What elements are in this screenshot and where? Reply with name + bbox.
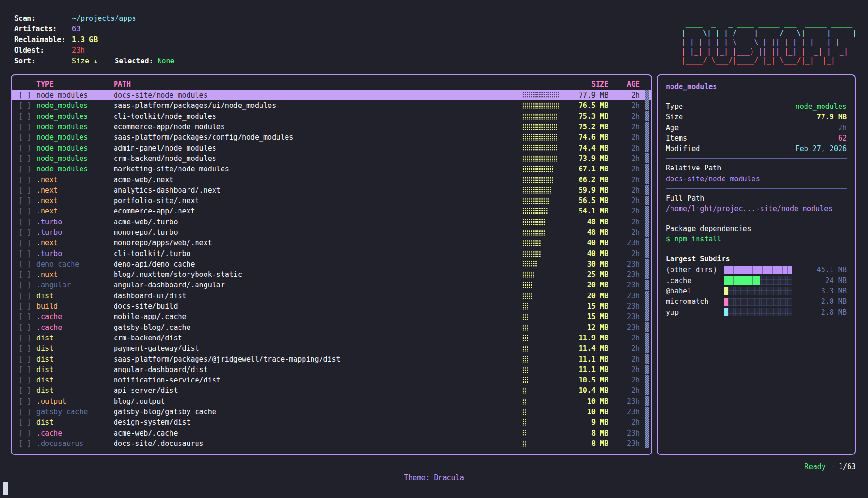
column-header-type[interactable]: TYPE xyxy=(36,80,114,89)
table-row[interactable]: [ ]node_modulesecommerce-app/node_module… xyxy=(12,122,651,132)
table-row[interactable]: [ ]builddocs-site/build15 MB23h xyxy=(12,301,651,311)
row-checkbox[interactable]: [ ] xyxy=(18,123,36,131)
row-checkbox[interactable]: [ ] xyxy=(18,281,36,289)
ascii-logo-line: | | | | | | \___ \ | || | | | |_ | |_ xyxy=(681,38,857,47)
table-row[interactable]: [ ].turbomonorepo/.turbo48 MB2h xyxy=(12,227,651,238)
table-row[interactable]: [ ].nextmonorepo/apps/web/.next40 MB23h xyxy=(12,238,651,248)
row-checkbox[interactable]: [ ] xyxy=(18,418,36,427)
table-row[interactable]: [ ].nextecommerce-app/.next54.1 MB2h xyxy=(12,206,651,216)
table-row[interactable]: [ ].nextanalytics-dashboard/.next59.9 MB… xyxy=(12,185,651,196)
row-path: mobile-app/.cache xyxy=(114,312,522,321)
row-size-bar xyxy=(522,219,561,225)
table-row[interactable]: [ ]distnotification-service/dist10.5 MB2… xyxy=(12,375,651,385)
row-checkbox[interactable]: [ ] xyxy=(18,302,36,311)
row-size-bar xyxy=(522,430,561,436)
table-row[interactable]: [ ].cachemobile-app/.cache15 MB23h xyxy=(12,311,651,322)
column-header-path[interactable]: PATH xyxy=(114,80,522,89)
status-separator: · xyxy=(830,462,834,471)
row-checkbox[interactable]: [ ] xyxy=(18,312,36,321)
row-type: .next xyxy=(36,176,114,184)
table-row[interactable]: [ ]distcrm-backend/dist11.9 MB2h xyxy=(12,333,651,343)
table-row[interactable]: [ ]distapi-server/dist10.4 MB2h xyxy=(12,385,651,396)
detail-stat-row: Age2h xyxy=(666,123,847,133)
subdir-label: yup xyxy=(666,308,724,317)
table-row[interactable]: [ ]distangular-dashboard/dist11.1 MB2h xyxy=(12,365,651,375)
row-size: 10.4 MB xyxy=(561,386,608,395)
table-row[interactable]: [ ].turboacme-web/.turbo48 MB2h xyxy=(12,217,651,227)
summary-label: Scan: xyxy=(14,13,72,24)
row-size-bar xyxy=(522,324,561,331)
row-type: .cache xyxy=(36,429,114,437)
row-type: node_modules xyxy=(36,91,114,99)
size-bar-dots xyxy=(522,92,559,98)
table-row[interactable]: [ ]node_modulessaas-platform/packages/ui… xyxy=(12,100,651,111)
row-checkbox[interactable]: [ ] xyxy=(18,176,36,184)
row-checkbox[interactable]: [ ] xyxy=(18,144,36,152)
table-row[interactable]: [ ]distpayment-gateway/dist11.4 MB2h xyxy=(12,343,651,354)
table-row[interactable]: [ ].nextacme-web/.next66.2 MB2h xyxy=(12,174,651,185)
row-size-bar xyxy=(522,409,561,415)
row-checkbox[interactable]: [ ] xyxy=(18,355,36,364)
column-header-size[interactable]: SIZE xyxy=(561,80,608,89)
row-checkbox[interactable]: [ ] xyxy=(18,386,36,395)
row-checkbox[interactable]: [ ] xyxy=(18,270,36,279)
row-checkbox[interactable]: [ ] xyxy=(18,91,36,99)
row-age: 2h xyxy=(608,144,640,152)
row-checkbox[interactable]: [ ] xyxy=(18,408,36,416)
table-row[interactable]: [ ]node_modulesmarketing-site/node_modul… xyxy=(12,164,651,174)
row-checkbox[interactable]: [ ] xyxy=(18,334,36,342)
size-bar-dots xyxy=(522,250,541,257)
row-checkbox[interactable]: [ ] xyxy=(18,376,36,384)
row-checkbox[interactable]: [ ] xyxy=(18,218,36,226)
row-checkbox[interactable]: [ ] xyxy=(18,165,36,173)
table-row[interactable]: [ ]distsaas-platform/packages/@jridgewel… xyxy=(12,354,651,364)
row-checkbox[interactable]: [ ] xyxy=(18,239,36,247)
row-checkbox[interactable]: [ ] xyxy=(18,439,36,448)
ascii-logo: ____ _ _ ____ _____ ___ _____ _____| _ \… xyxy=(681,19,857,66)
row-checkbox[interactable]: [ ] xyxy=(18,397,36,406)
table-row[interactable]: [ ]distdesign-system/dist9 MB2h xyxy=(12,417,651,427)
row-checkbox[interactable]: [ ] xyxy=(18,154,36,163)
table-row[interactable]: [ ].angularangular-dashboard/.angular20 … xyxy=(12,280,651,290)
table-row[interactable]: [ ]node_modulesdocs-site/node_modules77.… xyxy=(12,90,651,100)
table-row[interactable]: [ ].nextportfolio-site/.next56.5 MB2h xyxy=(12,196,651,206)
row-age: 23h xyxy=(608,408,640,416)
row-checkbox[interactable]: [ ] xyxy=(18,429,36,437)
subdir-row: @babel3.3 MB xyxy=(666,286,847,296)
table-scrollbar[interactable] xyxy=(645,90,649,449)
row-type: node_modules xyxy=(36,112,114,121)
row-checkbox[interactable]: [ ] xyxy=(18,196,36,205)
row-checkbox[interactable]: [ ] xyxy=(18,292,36,300)
table-row[interactable]: [ ]node_modulessaas-platform/packages/co… xyxy=(12,132,651,142)
row-age: 2h xyxy=(608,123,640,131)
table-row[interactable]: [ ].cacheacme-web/.cache8 MB23h xyxy=(12,428,651,438)
row-checkbox[interactable]: [ ] xyxy=(18,228,36,237)
row-checkbox[interactable]: [ ] xyxy=(18,344,36,353)
ready-status: Ready · 1/63 xyxy=(805,462,856,471)
table-row[interactable]: [ ]node_modulescli-toolkit/node_modules7… xyxy=(12,111,651,122)
row-checkbox[interactable]: [ ] xyxy=(18,249,36,258)
table-row[interactable]: [ ]distdashboard-ui/dist20 MB23h xyxy=(12,291,651,301)
row-checkbox[interactable]: [ ] xyxy=(18,365,36,374)
table-row[interactable]: [ ].outputblog/.output10 MB23h xyxy=(12,396,651,407)
row-checkbox[interactable]: [ ] xyxy=(18,133,36,142)
table-row[interactable]: [ ]deno_cachedeno-api/deno_cache30 MB23h xyxy=(12,259,651,269)
row-checkbox[interactable]: [ ] xyxy=(18,101,36,110)
table-row[interactable]: [ ].turbocli-toolkit/.turbo40 MB2h xyxy=(12,248,651,258)
table-row[interactable]: [ ].nuxtblog/.nuxttem/storybook-static25… xyxy=(12,269,651,280)
column-header-age[interactable]: AGE xyxy=(608,80,640,89)
table-row[interactable]: [ ]gatsby_cachegatsby-blog/gatsby_cache1… xyxy=(12,407,651,417)
table-row[interactable]: [ ].cachegatsby-blog/.cache12 MB23h xyxy=(12,322,651,333)
row-checkbox[interactable]: [ ] xyxy=(18,112,36,121)
size-bar-dots xyxy=(522,261,537,267)
table-row[interactable]: [ ].docusaurusdocs-site/.docusaurus8 MB2… xyxy=(12,438,651,449)
table-row[interactable]: [ ]node_modulesadmin-panel/node_modules7… xyxy=(12,142,651,153)
row-checkbox[interactable]: [ ] xyxy=(18,260,36,268)
row-checkbox[interactable]: [ ] xyxy=(18,323,36,332)
sort-value[interactable]: Size ↓ xyxy=(72,57,98,65)
row-age: 23h xyxy=(608,239,640,247)
size-bar-dots xyxy=(522,102,559,109)
row-checkbox[interactable]: [ ] xyxy=(18,186,36,195)
row-checkbox[interactable]: [ ] xyxy=(18,207,36,215)
table-row[interactable]: [ ]node_modulescrm-backend/node_modules7… xyxy=(12,153,651,164)
